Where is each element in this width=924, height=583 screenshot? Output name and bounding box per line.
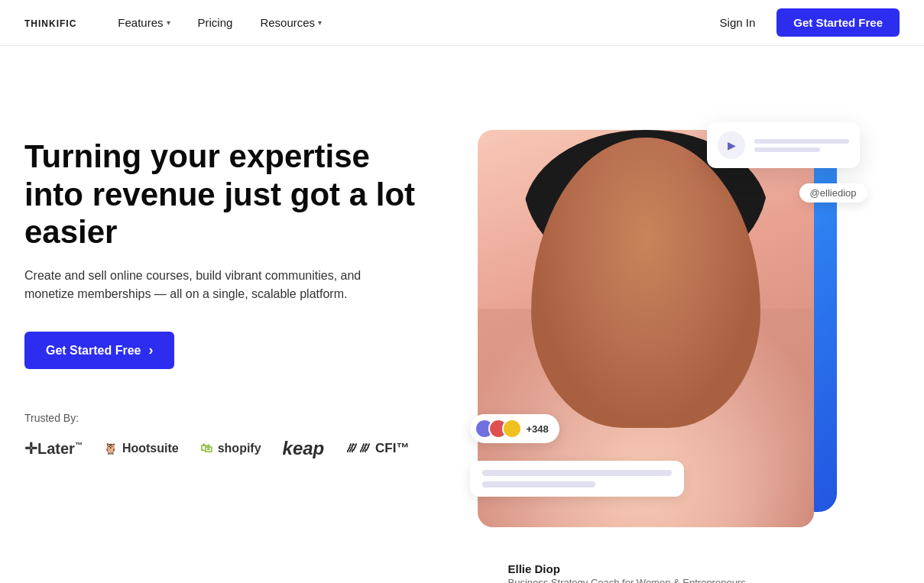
video-line-1: [754, 139, 849, 144]
info-line-1: [482, 470, 672, 476]
play-icon: ▶: [728, 139, 736, 151]
navigation: THINKIFIC Features ▾ Pricing Resources ▾…: [0, 0, 924, 46]
trusted-by-section: Trusted By: ✛Later™ 🦉 Hootsuite 🛍 shopif…: [24, 412, 422, 459]
arrow-icon: ›: [148, 342, 153, 358]
chevron-down-icon: ▾: [318, 18, 322, 27]
logo: THINKIFIC: [24, 16, 76, 29]
hero-illustration: ▶ @elliediop +348: [462, 99, 860, 543]
hootsuite-logo: 🦉 Hootsuite: [104, 442, 179, 455]
play-button[interactable]: ▶: [718, 131, 745, 159]
member-count: +348: [527, 423, 549, 435]
cfi-logo: ⫻⫻ CFI™: [345, 441, 409, 456]
info-lines: [482, 470, 672, 487]
avatar-3: [502, 419, 522, 439]
video-line-2: [754, 147, 821, 152]
video-popup-card: ▶: [707, 122, 860, 168]
hero-cta-button[interactable]: Get Started Free ›: [24, 332, 174, 369]
nav-resources[interactable]: Resources ▾: [249, 10, 332, 35]
hero-illustration-area: ▶ @elliediop +348: [422, 92, 900, 565]
nav-pricing[interactable]: Pricing: [187, 10, 244, 35]
keap-logo: keap: [283, 438, 325, 459]
handle-badge: @elliediop: [799, 183, 867, 202]
avatars-pill: +348: [470, 414, 559, 443]
hero-left: Turning your expertise into revenue just…: [24, 92, 422, 459]
trusted-logos: ✛Later™ 🦉 Hootsuite 🛍 shopify keap ⫻⫻ CF…: [24, 438, 422, 459]
info-bar-card: [470, 461, 684, 497]
person-title: Business Strategy Coach for Women & Entr…: [508, 577, 746, 583]
sign-in-button[interactable]: Sign In: [711, 10, 765, 35]
person-name: Ellie Diop: [508, 562, 746, 575]
info-line-2: [482, 481, 596, 487]
hero-section: Turning your expertise into revenue just…: [0, 46, 924, 583]
avatar-stack: [475, 419, 522, 439]
person-caption: Ellie Diop Business Strategy Coach for W…: [508, 562, 746, 583]
chevron-down-icon: ▾: [167, 18, 170, 27]
hero-title: Turning your expertise into revenue just…: [24, 138, 422, 251]
trusted-label: Trusted By:: [24, 412, 422, 424]
hero-subtitle: Create and sell online courses, build vi…: [24, 267, 376, 305]
video-info: [754, 139, 849, 152]
later-logo: ✛Later™: [24, 439, 83, 458]
shopify-logo: 🛍 shopify: [200, 442, 261, 455]
get-started-nav-button[interactable]: Get Started Free: [776, 8, 900, 37]
nav-features[interactable]: Features ▾: [107, 10, 180, 35]
